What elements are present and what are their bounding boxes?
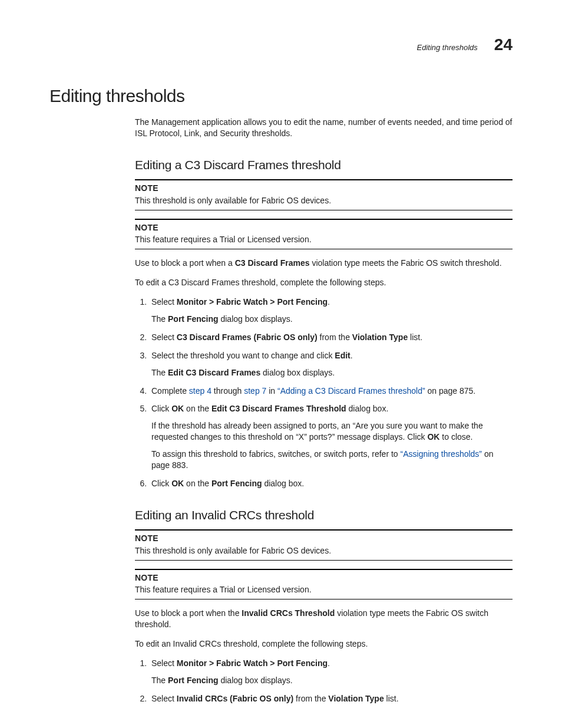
text: from the [318,332,352,342]
bold-text: Invalid CRCs Threshold [242,608,335,618]
bold-text: Monitor > Fabric Watch > Port Fencing [177,297,328,307]
bold-text: Port Fencing [168,314,219,324]
body-content: The Management application allows you to… [135,117,513,704]
text: to close. [439,432,472,442]
text: dialog box. [262,479,305,488]
step-item: Select the threshold you want to change … [149,350,513,378]
paragraph: Use to block a port when a C3 Discard Fr… [135,258,513,269]
text: Select [151,658,177,668]
note-text: This threshold is only available for Fab… [135,195,513,206]
text: through [211,386,244,396]
steps-list: Select Monitor > Fabric Watch > Port Fen… [135,297,513,489]
note-block: NOTE This threshold is only available fo… [135,529,513,561]
text: Click [151,404,171,413]
text: on the [184,404,211,413]
note-label: NOTE [135,572,513,584]
note-label: NOTE [135,533,513,544]
note-text: This feature requires a Trial or License… [135,234,513,245]
paragraph: To edit an Invalid CRCs threshold, compl… [135,638,513,650]
bold-text: Violation Type [328,694,384,703]
text: . [328,297,330,307]
text: The [151,314,168,324]
bold-text: Violation Type [352,332,408,342]
text: dialog box. [346,404,389,413]
bold-text: Invalid CRCs (Fabric OS only) [177,694,293,703]
step-item: Select Invalid CRCs (Fabric OS only) fro… [149,693,513,704]
step-item: Complete step 4 through step 7 in “Addin… [149,386,513,397]
text: list. [408,332,422,342]
step-sub: To assign this threshold to fabrics, swi… [151,449,513,471]
text: . [351,351,353,360]
note-label: NOTE [135,183,513,194]
text: Select [151,694,177,703]
text: dialog box displays. [219,314,293,324]
bold-text: Port Fencing [168,676,219,685]
text: in [266,386,277,396]
step-sub: The Edit C3 Discard Frames dialog box di… [151,367,513,378]
bold-text: Monitor > Fabric Watch > Port Fencing [177,658,328,668]
intro-paragraph: The Management application allows you to… [135,117,513,139]
note-block: NOTE This feature requires a Trial or Li… [135,569,513,600]
bold-text: Port Fencing [211,479,262,488]
page-title: Editing thresholds [49,86,513,106]
bold-text: OK [427,432,439,442]
text: Complete [151,386,189,396]
note-block: NOTE This threshold is only available fo… [135,179,513,210]
section-heading-c3: Editing a C3 Discard Frames threshold [135,158,513,172]
text: Use to block a port when a [135,258,235,268]
text: violation type meets the Fabric OS switc… [310,258,502,268]
text: The [151,676,168,685]
text: The [151,368,168,377]
text: on the [184,479,211,488]
section-heading-crcs: Editing an Invalid CRCs threshold [135,508,513,522]
bold-text: Edit C3 Discard Frames Threshold [211,404,346,413]
text: on page 875. [425,386,476,396]
note-text: This feature requires a Trial or License… [135,584,513,595]
text: dialog box displays. [260,368,335,377]
note-text: This threshold is only available for Fab… [135,545,513,556]
bold-text: OK [171,479,184,488]
text: Click [151,479,171,488]
note-label: NOTE [135,222,513,233]
text: Select the threshold you want to change … [151,351,335,360]
xref-link-step7[interactable]: step 7 [244,386,266,396]
bold-text: C3 Discard Frames (Fabric OS only) [177,332,318,342]
step-item: Select Monitor > Fabric Watch > Port Fen… [149,297,513,325]
xref-link-step4[interactable]: step 4 [189,386,211,396]
step-sub: The Port Fencing dialog box displays. [151,314,513,325]
bold-text: Edit C3 Discard Frames [168,368,260,377]
page: Editing thresholds 24 Editing thresholds… [0,0,562,728]
running-header-title: Editing thresholds [417,43,478,52]
text: Use to block a port when the [135,608,242,618]
text: . [328,658,330,668]
xref-link-assigning[interactable]: “Assigning thresholds” [401,449,482,459]
paragraph: Use to block a port when the Invalid CRC… [135,608,513,630]
step-item: Click OK on the Port Fencing dialog box. [149,478,513,489]
running-header: Editing thresholds 24 [49,35,513,54]
chapter-number: 24 [494,35,513,54]
bold-text: C3 Discard Frames [235,258,310,268]
text: list. [384,694,399,703]
xref-link-adding[interactable]: “Adding a C3 Discard Frames threshold” [277,386,425,396]
text: To assign this threshold to fabrics, swi… [151,449,401,459]
text: dialog box displays. [219,676,293,685]
step-sub: If the threshold has already been assign… [151,420,513,443]
step-item: Select Monitor > Fabric Watch > Port Fen… [149,658,513,686]
paragraph: To edit a C3 Discard Frames threshold, c… [135,277,513,288]
text: Select [151,332,177,342]
steps-list: Select Monitor > Fabric Watch > Port Fen… [135,658,513,704]
bold-text: OK [171,404,184,413]
step-item: Click OK on the Edit C3 Discard Frames T… [149,403,513,470]
note-block: NOTE This feature requires a Trial or Li… [135,219,513,250]
step-item: Select C3 Discard Frames (Fabric OS only… [149,332,513,343]
bold-text: Edit [335,351,350,360]
text: Select [151,297,177,307]
step-sub: The Port Fencing dialog box displays. [151,675,513,686]
text: from the [293,694,328,703]
